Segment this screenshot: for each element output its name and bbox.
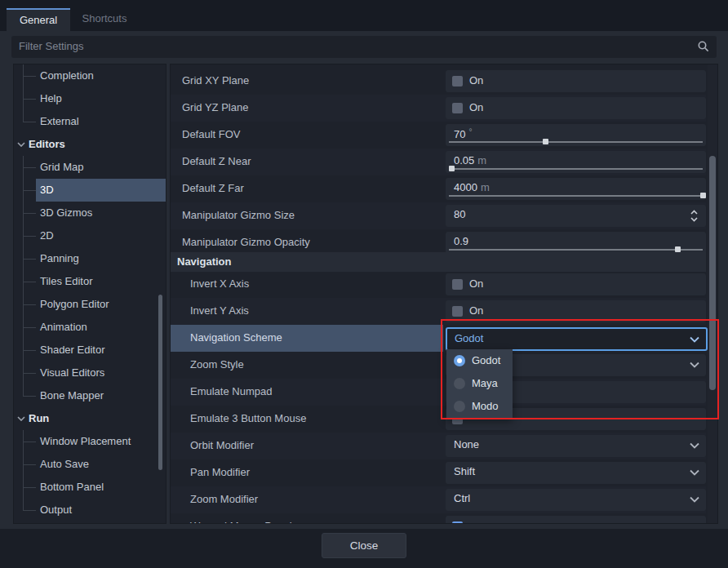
setting-row: Default Z Near 0.05m: [171, 149, 706, 175]
navigation-scheme-select[interactable]: Godot: [446, 327, 708, 351]
tab-bar: General Shortcuts: [0, 0, 728, 31]
setting-row: Invert Y Axis On: [171, 298, 706, 325]
chevron-down-icon: [690, 336, 699, 343]
slider-track[interactable]: [449, 249, 703, 251]
setting-row: Emulate 3 Button Mouse: [171, 406, 706, 433]
setting-label: Orbit Modifier: [190, 439, 254, 451]
slider-field[interactable]: 4000m: [446, 178, 706, 200]
sidebar-item-bottom-panel[interactable]: Bottom Panel: [14, 476, 166, 499]
sidebar-item-3d-gizmos[interactable]: 3D Gizmos: [14, 202, 166, 224]
checkbox-unchecked[interactable]: [452, 279, 463, 290]
dropdown-field[interactable]: Shift: [446, 462, 706, 484]
checkbox-label: On: [469, 304, 483, 317]
sidebar-item-output[interactable]: Output: [14, 499, 166, 521]
setting-row: Zoom Modifier Ctrl: [171, 486, 706, 513]
dropdown-field[interactable]: None: [446, 435, 706, 457]
setting-row: Emulate Numpad: [171, 379, 706, 406]
close-button[interactable]: Close: [322, 533, 406, 558]
setting-label: Grid XY Plane: [182, 74, 249, 87]
tab-shortcuts[interactable]: Shortcuts: [70, 8, 139, 31]
checkbox-field[interactable]: ✓: [446, 516, 706, 524]
setting-label: Zoom Style: [190, 358, 244, 371]
settings-scrollbar-track[interactable]: [708, 64, 717, 523]
slider-thumb[interactable]: [675, 246, 681, 252]
slider-field[interactable]: 0.05m: [446, 151, 706, 173]
sidebar-item-bone-mapper[interactable]: Bone Mapper: [14, 384, 166, 407]
sidebar-item-external[interactable]: External: [14, 110, 166, 133]
slider-value: 70: [454, 128, 465, 140]
slider-field[interactable]: 0.9: [446, 232, 706, 254]
checkbox-field[interactable]: On: [446, 70, 706, 92]
setting-label: Invert Y Axis: [190, 304, 249, 317]
sidebar-item-grid-map[interactable]: Grid Map: [14, 156, 166, 179]
chevron-down-icon: [17, 416, 25, 421]
chevron-down-icon: [17, 142, 25, 147]
setting-row: Grid YZ Plane On: [171, 95, 706, 122]
slider-field[interactable]: 70°: [446, 124, 706, 146]
slider-track[interactable]: [449, 195, 703, 197]
tab-general[interactable]: General: [7, 8, 70, 31]
settings-panel: Filter Settings Completion Help External…: [0, 31, 728, 529]
sidebar-item-2d[interactable]: 2D: [14, 224, 166, 247]
setting-label: Pan Modifier: [190, 466, 250, 478]
settings-tree: Completion Help External Editors Grid Ma…: [13, 64, 166, 524]
filter-settings-input[interactable]: Filter Settings: [11, 36, 717, 58]
setting-label: Grid YZ Plane: [182, 101, 248, 113]
sidebar-item-3d[interactable]: 3D: [36, 179, 166, 202]
sidebar-item-help[interactable]: Help: [14, 87, 166, 110]
dropdown-value: Ctrl: [454, 492, 470, 504]
slider-track[interactable]: [449, 168, 703, 170]
sidebar-item-panning[interactable]: Panning: [14, 247, 166, 270]
setting-label: Default Z Far: [182, 182, 244, 194]
slider-value: 0.9: [454, 235, 468, 247]
checkbox-checked[interactable]: ✓: [452, 521, 463, 524]
settings-scrollbar-thumb[interactable]: [709, 156, 716, 390]
slider-value: 4000: [454, 181, 477, 193]
sidebar-item-editors[interactable]: Editors: [14, 133, 166, 156]
slider-track[interactable]: [449, 141, 703, 143]
sidebar-item-completion[interactable]: Completion: [14, 64, 166, 87]
slider-unit: °: [468, 127, 472, 136]
checkbox-label: On: [469, 277, 483, 290]
checkbox-unchecked[interactable]: [452, 76, 463, 87]
option-godot[interactable]: Godot: [446, 349, 513, 372]
option-modo[interactable]: Modo: [446, 395, 513, 418]
updown-icon[interactable]: [690, 209, 699, 223]
sidebar-item-auto-save[interactable]: Auto Save: [14, 453, 166, 476]
sidebar-item-window-placement[interactable]: Window Placement: [14, 430, 166, 453]
option-maya[interactable]: Maya: [446, 372, 513, 395]
checkbox-field[interactable]: On: [446, 97, 706, 119]
sidebar-item-visual-editors[interactable]: Visual Editors: [14, 362, 166, 384]
setting-label: Manipulator Gizmo Size: [182, 209, 295, 221]
checkbox-unchecked[interactable]: [452, 306, 463, 317]
sidebar-item-shader-editor[interactable]: Shader Editor: [14, 339, 166, 362]
setting-label: Manipulator Gizmo Opacity: [182, 236, 310, 248]
setting-row: Manipulator Gizmo Size 80: [171, 202, 706, 229]
sidebar-item-run[interactable]: Run: [14, 407, 166, 430]
setting-row: Pan Modifier Shift: [171, 459, 706, 486]
spinner-field[interactable]: 80: [446, 205, 706, 227]
checkbox-field[interactable]: On: [446, 273, 706, 295]
chevron-down-icon: [690, 496, 699, 503]
slider-thumb[interactable]: [449, 166, 455, 171]
sidebar-item-tiles-editor[interactable]: Tiles Editor: [14, 270, 166, 293]
checkbox-unchecked[interactable]: [452, 103, 463, 113]
tree-scrollbar-thumb[interactable]: [158, 295, 162, 470]
slider-thumb[interactable]: [543, 139, 548, 144]
editor-settings-window: General Shortcuts Filter Settings Comple…: [0, 0, 728, 568]
setting-label: Emulate Numpad: [190, 385, 272, 397]
setting-row: Default Z Far 4000m: [171, 175, 706, 202]
dialog-footer: Close: [0, 529, 728, 568]
sidebar-item-animation[interactable]: Animation: [14, 316, 166, 339]
dropdown-value: Shift: [454, 465, 475, 477]
setting-label: Warped Mouse Panning: [190, 520, 304, 524]
checkbox-field[interactable]: On: [446, 300, 706, 322]
spinner-value: 80: [454, 208, 465, 220]
dropdown-field[interactable]: Ctrl: [446, 489, 706, 511]
checkbox-label: On: [469, 74, 483, 87]
setting-label: Navigation Scheme: [190, 331, 282, 344]
sidebar-item-polygon-editor[interactable]: Polygon Editor: [14, 293, 166, 316]
filter-placeholder: Filter Settings: [19, 40, 83, 52]
slider-thumb[interactable]: [700, 193, 706, 198]
setting-label: Zoom Modifier: [190, 493, 258, 505]
